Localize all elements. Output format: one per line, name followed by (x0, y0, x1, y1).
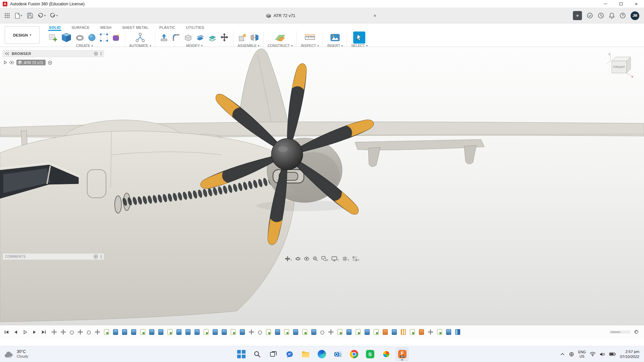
panel-options-icon[interactable] (94, 52, 98, 56)
pan-icon[interactable]: ▾ (284, 255, 293, 262)
taskbar-file-explorer-icon[interactable] (299, 348, 312, 361)
timeline-feature-extrude-icon[interactable] (176, 329, 181, 335)
timeline-feature-sketch-icon[interactable] (356, 329, 361, 335)
timeline-feature-anchor-icon[interactable] (258, 330, 262, 335)
taskbar-outlook-icon[interactable] (331, 348, 344, 361)
timeline-feature-sketch-icon[interactable] (337, 329, 342, 335)
undo-icon[interactable]: ▾ (36, 10, 47, 21)
close-button[interactable]: × (629, 0, 644, 8)
taskbar-task-view-icon[interactable] (267, 348, 280, 361)
timeline-feature-sketch-icon[interactable] (231, 329, 236, 335)
measure-icon[interactable] (304, 32, 316, 44)
timeline-feature-move-icon[interactable] (428, 329, 433, 335)
revolve-icon[interactable] (75, 33, 85, 42)
timeline-feature-extrude-icon[interactable] (131, 329, 136, 335)
insert-image-icon[interactable] (329, 32, 341, 44)
timeline-feature-anchor-icon[interactable] (70, 330, 74, 335)
document-tab[interactable]: ATR 72 v71 × (261, 8, 383, 23)
notifications-bell-icon[interactable] (609, 12, 615, 19)
tray-chevron-up-icon[interactable] (560, 353, 565, 356)
timeline-feature-flip-icon[interactable] (455, 329, 460, 335)
app-grid-icon[interactable] (2, 10, 12, 21)
timeline-feature-sketch-icon[interactable] (266, 329, 271, 335)
move-icon[interactable] (220, 33, 229, 42)
taskbar-chrome-icon[interactable] (347, 348, 360, 361)
viewport-canvas[interactable]: BROWSER ATR 72 v71 FRONT (0, 47, 644, 325)
timeline-feature-sketch-icon[interactable] (167, 329, 172, 335)
browser-root-row[interactable]: ATR 72 v71 (3, 60, 104, 65)
battery-icon[interactable] (609, 352, 616, 356)
combine-icon[interactable] (196, 33, 205, 42)
timeline-feature-extrude-icon[interactable] (275, 329, 280, 335)
panel-grip-handle[interactable] (101, 255, 102, 258)
timeline-feature-extrude-icon[interactable] (195, 329, 200, 335)
tab-sheet-metal[interactable]: SHEET METAL (121, 25, 149, 31)
display-settings-icon[interactable]: ▾ (330, 255, 340, 262)
taskbar-chat-icon[interactable] (283, 348, 296, 361)
timeline-feature-sketch-icon[interactable] (104, 329, 109, 335)
timeline-feature-sketch-icon[interactable] (437, 329, 442, 335)
comments-bar[interactable]: COMMENTS (3, 253, 104, 260)
timeline-feature-extrude-icon[interactable] (185, 329, 191, 335)
timeline-feature-anchor-icon[interactable] (87, 330, 91, 335)
taskbar-spotify-icon[interactable]: S (364, 348, 376, 361)
timeline-feature-move-icon[interactable] (61, 329, 66, 335)
collapse-panel-icon[interactable] (5, 52, 9, 55)
timeline-feature-sketch-icon[interactable] (302, 329, 307, 335)
select-cursor-icon[interactable] (353, 32, 365, 44)
grid-settings-icon[interactable]: ▾ (341, 255, 350, 262)
document-tab-close-icon[interactable]: × (372, 12, 378, 19)
clock-history-icon[interactable] (598, 12, 604, 19)
timeline-feature-extrude-icon[interactable] (346, 329, 352, 335)
look-at-icon[interactable] (303, 255, 310, 262)
file-menu-icon[interactable]: ▾ (13, 10, 23, 21)
new-tab-button[interactable]: + (573, 11, 582, 20)
fillet-icon[interactable] (171, 33, 181, 42)
maximize-button[interactable] (613, 0, 629, 8)
timeline-feature-extrude-icon[interactable] (213, 329, 218, 335)
browser-panel-header[interactable]: BROWSER (3, 50, 104, 57)
extensions-sync-icon[interactable] (587, 12, 593, 19)
timeline-feature-extrude-icon[interactable] (446, 329, 451, 335)
timeline-feature-move-icon[interactable] (78, 329, 83, 335)
timeline-settings-gear-icon[interactable] (634, 329, 639, 335)
timeline-feature-sketch-icon[interactable] (410, 329, 415, 335)
activate-component-icon[interactable] (48, 60, 52, 65)
taskbar-edge-icon[interactable] (315, 348, 328, 361)
tab-solid[interactable]: SOLID (48, 25, 61, 31)
timeline-scrollbar[interactable] (609, 330, 631, 334)
timeline-play-icon[interactable] (22, 329, 28, 335)
timeline-feature-move-icon[interactable] (249, 329, 254, 335)
timeline-feature-sketch-icon[interactable] (374, 329, 379, 335)
expand-arrow-icon[interactable] (4, 61, 7, 64)
timeline-feature-sketch-icon[interactable] (140, 329, 145, 335)
press-pull-icon[interactable] (159, 33, 169, 42)
user-avatar[interactable]: JM (631, 11, 639, 20)
tab-mesh[interactable]: MESH (100, 25, 112, 31)
timeline-skip-end-icon[interactable] (41, 329, 47, 335)
save-icon[interactable] (25, 10, 35, 21)
offset-face-icon[interactable] (208, 33, 217, 42)
timeline-feature-sketch-icon[interactable] (204, 329, 209, 335)
automate-icon[interactable] (134, 32, 146, 44)
taskbar-start-icon[interactable] (235, 348, 248, 361)
pattern-icon[interactable] (99, 33, 109, 42)
taskbar-search-icon[interactable] (251, 348, 264, 361)
timeline-feature-extrude-icon[interactable] (311, 329, 316, 335)
extrude-icon[interactable] (60, 32, 72, 44)
minimize-button[interactable] (598, 0, 613, 8)
timeline-feature-move-icon[interactable] (52, 329, 57, 335)
timeline-step-back-icon[interactable] (13, 329, 19, 335)
timeline-feature-extrude-icon[interactable] (392, 329, 397, 335)
language-indicator[interactable]: ENG US (578, 350, 586, 358)
tab-surface[interactable]: SURFACE (71, 25, 90, 31)
create-sketch-icon[interactable] (48, 33, 58, 42)
timeline-feature-extrude-icon[interactable] (293, 329, 298, 335)
taskbar-fusion-360-icon[interactable]: F360 (396, 348, 409, 361)
timeline-feature-extrude-icon[interactable] (158, 329, 163, 335)
timeline-feature-extrude-icon[interactable] (122, 329, 127, 335)
shell-icon[interactable] (183, 33, 193, 42)
visibility-eye-icon[interactable] (9, 61, 14, 64)
timeline-feature-move-icon[interactable] (328, 329, 333, 335)
fit-icon[interactable]: ▾ (320, 255, 329, 262)
